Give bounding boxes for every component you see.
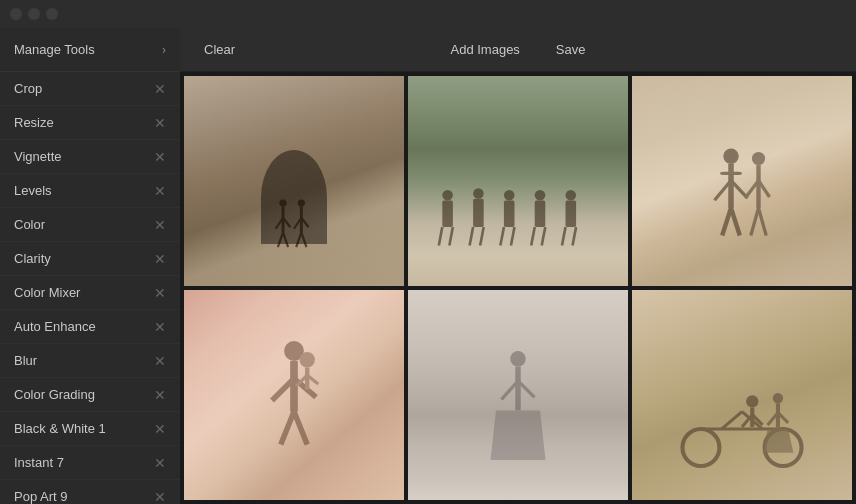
svg-point-20 xyxy=(504,190,515,201)
photo-cell-4[interactable] xyxy=(184,290,404,500)
sidebar-item-label-blur: Blur xyxy=(14,353,37,368)
sidebar-item-color[interactable]: Color✕ xyxy=(0,208,180,242)
sidebar-item-vignette[interactable]: Vignette✕ xyxy=(0,140,180,174)
sidebar-item-color-grading[interactable]: Color Grading✕ xyxy=(0,378,180,412)
svg-line-50 xyxy=(294,411,307,444)
svg-point-60 xyxy=(682,429,719,466)
sidebar-item-levels[interactable]: Levels✕ xyxy=(0,174,180,208)
svg-line-9 xyxy=(301,217,308,227)
add-images-button[interactable]: Add Images xyxy=(442,38,527,61)
sidebar-item-pop-art-9[interactable]: Pop Art 9✕ xyxy=(0,480,180,504)
sidebar-item-close-instant-7[interactable]: ✕ xyxy=(154,456,166,470)
sidebar-item-label-resize: Resize xyxy=(14,115,54,130)
svg-point-16 xyxy=(473,188,484,199)
sidebar-item-label-clarity: Clarity xyxy=(14,251,51,266)
svg-rect-25 xyxy=(535,200,546,226)
sidebar-items-list: Crop✕Resize✕Vignette✕Levels✕Color✕Clarit… xyxy=(0,72,180,504)
sidebar-item-close-crop[interactable]: ✕ xyxy=(154,82,166,96)
svg-rect-29 xyxy=(566,200,577,226)
title-bar xyxy=(0,0,856,28)
save-button[interactable]: Save xyxy=(548,38,594,61)
svg-marker-73 xyxy=(763,429,794,453)
sidebar-item-label-pop-art-9: Pop Art 9 xyxy=(14,489,67,504)
svg-point-32 xyxy=(723,148,738,163)
toolbar-center-actions: Add Images Save xyxy=(442,38,593,61)
sidebar-item-label-color-mixer: Color Mixer xyxy=(14,285,80,300)
svg-line-63 xyxy=(721,411,742,428)
svg-line-8 xyxy=(294,217,301,228)
svg-line-5 xyxy=(283,232,288,247)
photo-cell-3[interactable] xyxy=(632,76,852,286)
sidebar-item-close-vignette[interactable]: ✕ xyxy=(154,150,166,164)
svg-rect-21 xyxy=(504,200,515,226)
sidebar-item-blur[interactable]: Blur✕ xyxy=(0,344,180,378)
sidebar-item-close-blur[interactable]: ✕ xyxy=(154,354,166,368)
sidebar-item-close-resize[interactable]: ✕ xyxy=(154,116,166,130)
clear-button[interactable]: Clear xyxy=(196,38,243,61)
image-grid xyxy=(180,72,856,504)
svg-point-55 xyxy=(510,351,525,366)
svg-point-6 xyxy=(298,199,305,206)
sidebar-item-close-black-white-1[interactable]: ✕ xyxy=(154,422,166,436)
sidebar-item-label-levels: Levels xyxy=(14,183,52,198)
svg-line-4 xyxy=(278,232,283,247)
svg-line-37 xyxy=(722,208,731,236)
sidebar-item-color-mixer[interactable]: Color Mixer✕ xyxy=(0,276,180,310)
svg-point-12 xyxy=(442,190,453,201)
sidebar-item-close-color-mixer[interactable]: ✕ xyxy=(154,286,166,300)
traffic-lights xyxy=(10,8,58,20)
svg-line-15 xyxy=(449,227,453,245)
svg-line-31 xyxy=(573,227,577,245)
svg-point-69 xyxy=(773,393,783,403)
svg-line-30 xyxy=(562,227,566,245)
sidebar-item-label-crop: Crop xyxy=(14,81,42,96)
sidebar-item-close-levels[interactable]: ✕ xyxy=(154,184,166,198)
photo-cell-5[interactable] xyxy=(408,290,628,500)
svg-line-49 xyxy=(281,411,294,444)
sidebar-item-close-color[interactable]: ✕ xyxy=(154,218,166,232)
content-area: Clear Add Images Save xyxy=(180,28,856,504)
sidebar-item-close-pop-art-9[interactable]: ✕ xyxy=(154,490,166,504)
sidebar-arrow-icon: › xyxy=(162,43,166,57)
sidebar-item-clarity[interactable]: Clarity✕ xyxy=(0,242,180,276)
sidebar-item-black-white-1[interactable]: Black & White 1✕ xyxy=(0,412,180,446)
svg-point-51 xyxy=(300,352,315,367)
sidebar-item-label-black-white-1: Black & White 1 xyxy=(14,421,106,436)
photo-cell-1[interactable] xyxy=(184,76,404,286)
close-button[interactable] xyxy=(10,8,22,20)
svg-line-22 xyxy=(500,227,504,245)
toolbar: Clear Add Images Save xyxy=(180,28,856,72)
manage-tools-label: Manage Tools xyxy=(14,42,95,57)
sidebar-item-label-color-grading: Color Grading xyxy=(14,387,95,402)
sidebar-item-resize[interactable]: Resize✕ xyxy=(0,106,180,140)
photo-cell-2[interactable] xyxy=(408,76,628,286)
sidebar-header[interactable]: Manage Tools › xyxy=(0,28,180,72)
sidebar-item-auto-enhance[interactable]: Auto Enhance✕ xyxy=(0,310,180,344)
sidebar-item-label-auto-enhance: Auto Enhance xyxy=(14,319,96,334)
svg-line-27 xyxy=(542,227,546,245)
sidebar-item-instant-7[interactable]: Instant 7✕ xyxy=(0,446,180,480)
sidebar-item-close-auto-enhance[interactable]: ✕ xyxy=(154,320,166,334)
svg-marker-59 xyxy=(491,411,546,461)
maximize-button[interactable] xyxy=(46,8,58,20)
sidebar-item-close-clarity[interactable]: ✕ xyxy=(154,252,166,266)
sidebar-item-label-vignette: Vignette xyxy=(14,149,61,164)
svg-line-43 xyxy=(751,208,759,236)
svg-line-19 xyxy=(480,227,484,245)
svg-line-3 xyxy=(283,217,290,227)
svg-line-14 xyxy=(439,227,443,245)
svg-point-28 xyxy=(566,190,577,201)
photo-cell-6[interactable] xyxy=(632,290,852,500)
app-container: Manage Tools › Crop✕Resize✕Vignette✕Leve… xyxy=(0,28,856,504)
svg-line-23 xyxy=(511,227,515,245)
sidebar-item-label-instant-7: Instant 7 xyxy=(14,455,64,470)
svg-line-18 xyxy=(470,227,474,245)
svg-line-10 xyxy=(296,232,301,247)
svg-line-38 xyxy=(731,208,740,236)
sidebar-item-close-color-grading[interactable]: ✕ xyxy=(154,388,166,402)
svg-point-39 xyxy=(752,151,765,164)
minimize-button[interactable] xyxy=(28,8,40,20)
sidebar-item-crop[interactable]: Crop✕ xyxy=(0,72,180,106)
svg-line-2 xyxy=(276,217,283,228)
svg-line-11 xyxy=(301,232,306,247)
